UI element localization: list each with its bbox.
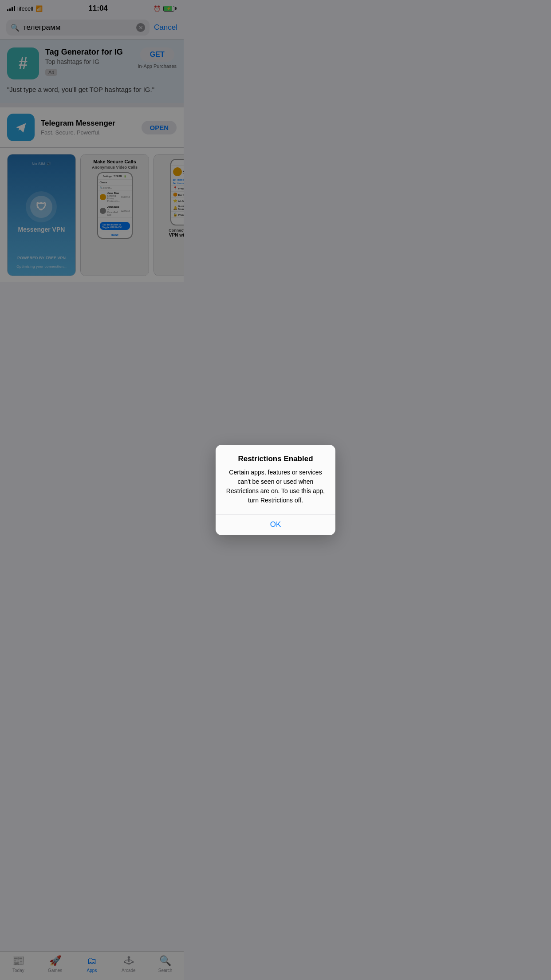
- modal-overlay: Restrictions Enabled Certain apps, featu…: [0, 0, 184, 327]
